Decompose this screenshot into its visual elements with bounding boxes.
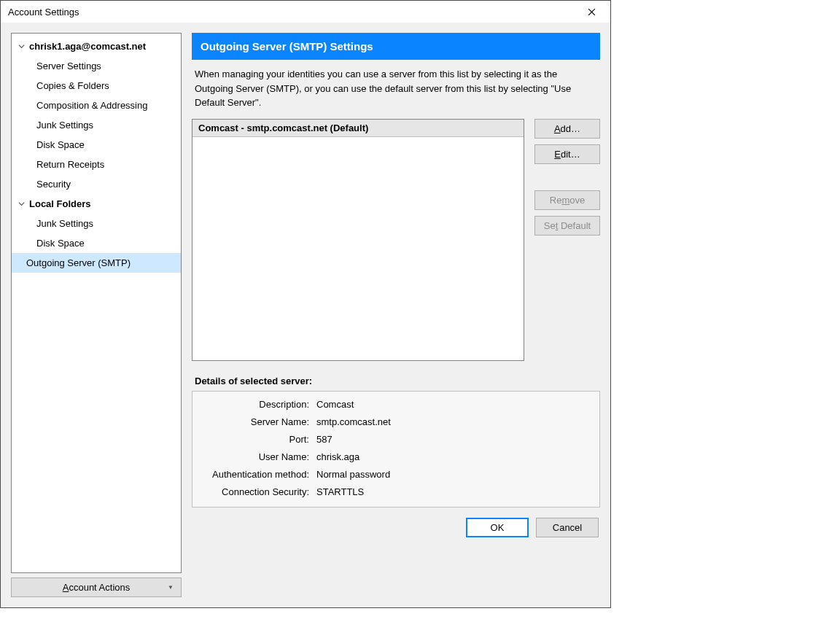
detail-value: smtp.comcast.net — [314, 416, 391, 427]
tree-smtp-label: Outgoing Server (SMTP) — [26, 257, 131, 268]
server-action-buttons: Add… Edit… Remove Set Default — [534, 119, 600, 236]
dialog-body: chrisk1.aga@comcast.net Server Settings … — [1, 23, 610, 607]
page-intro: When managing your identities you can us… — [192, 60, 600, 119]
detail-row-port: Port: 587 — [192, 431, 599, 448]
detail-row-servername: Server Name: smtp.comcast.net — [192, 413, 599, 431]
add-button[interactable]: Add… — [534, 119, 600, 139]
details-heading: Details of selected server: — [192, 361, 600, 391]
account-actions-button[interactable]: Account Actions ▼ — [11, 578, 182, 597]
account-settings-window: Account Settings chrisk1.aga@comcast.net… — [0, 0, 611, 608]
smtp-server-list-item[interactable]: Comcast - smtp.comcast.net (Default) — [192, 120, 524, 137]
main-row: chrisk1.aga@comcast.net Server Settings … — [11, 33, 600, 597]
detail-label: Description: — [192, 399, 314, 410]
close-button[interactable] — [577, 1, 606, 22]
tree-item-junk[interactable]: Junk Settings — [12, 115, 181, 135]
detail-label: User Name: — [192, 451, 314, 462]
tree-item-disk-space[interactable]: Disk Space — [12, 135, 181, 155]
tree-local-root[interactable]: Local Folders — [12, 194, 181, 214]
titlebar: Account Settings — [1, 1, 610, 23]
server-list-row: Comcast - smtp.comcast.net (Default) Add… — [192, 119, 600, 361]
tree-item-copies-folders[interactable]: Copies & Folders — [12, 76, 181, 96]
left-column: chrisk1.aga@comcast.net Server Settings … — [11, 33, 182, 597]
dialog-footer: OK Cancel — [192, 508, 600, 548]
detail-row-security: Connection Security: STARTTLS — [192, 483, 599, 501]
tree-item-composition[interactable]: Composition & Addressing — [12, 96, 181, 115]
remove-button[interactable]: Remove — [534, 190, 600, 210]
detail-value: Comcast — [314, 399, 354, 410]
tree-item-server-settings[interactable]: Server Settings — [12, 56, 181, 76]
tree-item-smtp[interactable]: Outgoing Server (SMTP) — [12, 253, 181, 273]
detail-value: Normal password — [314, 469, 390, 480]
chevron-down-icon[interactable] — [16, 199, 26, 209]
detail-label: Authentication method: — [192, 469, 314, 480]
account-actions-label: ccount Actions — [69, 582, 130, 593]
cancel-button[interactable]: Cancel — [536, 518, 599, 537]
tree-account-root[interactable]: chrisk1.aga@comcast.net — [12, 36, 181, 56]
detail-label: Connection Security: — [192, 486, 314, 497]
chevron-down-icon[interactable] — [16, 42, 26, 52]
page-title: Outgoing Server (SMTP) Settings — [192, 33, 600, 60]
detail-value: 587 — [314, 434, 332, 445]
set-default-button[interactable]: Set Default — [534, 216, 600, 236]
detail-label: Server Name: — [192, 416, 314, 427]
details-box: Description: Comcast Server Name: smtp.c… — [192, 391, 600, 508]
tree-item-local-disk[interactable]: Disk Space — [12, 233, 181, 253]
tree-item-security[interactable]: Security — [12, 174, 181, 194]
tree-item-return-receipts[interactable]: Return Receipts — [12, 155, 181, 174]
tree-item-local-junk[interactable]: Junk Settings — [12, 214, 181, 233]
ok-button[interactable]: OK — [466, 518, 529, 537]
detail-row-auth: Authentication method: Normal password — [192, 466, 599, 483]
detail-value: chrisk.aga — [314, 451, 359, 462]
smtp-server-list[interactable]: Comcast - smtp.comcast.net (Default) — [192, 119, 524, 361]
close-icon — [588, 8, 596, 16]
detail-row-user: User Name: chrisk.aga — [192, 448, 599, 466]
dropdown-caret-icon: ▼ — [168, 584, 174, 591]
tree-account-label: chrisk1.aga@comcast.net — [29, 41, 146, 52]
account-tree[interactable]: chrisk1.aga@comcast.net Server Settings … — [11, 33, 182, 573]
tree-local-label: Local Folders — [29, 198, 91, 209]
right-column: Outgoing Server (SMTP) Settings When man… — [192, 33, 600, 597]
window-title: Account Settings — [8, 7, 79, 18]
detail-label: Port: — [192, 434, 314, 445]
edit-button[interactable]: Edit… — [534, 144, 600, 164]
detail-value: STARTTLS — [314, 486, 364, 497]
detail-row-description: Description: Comcast — [192, 396, 599, 413]
